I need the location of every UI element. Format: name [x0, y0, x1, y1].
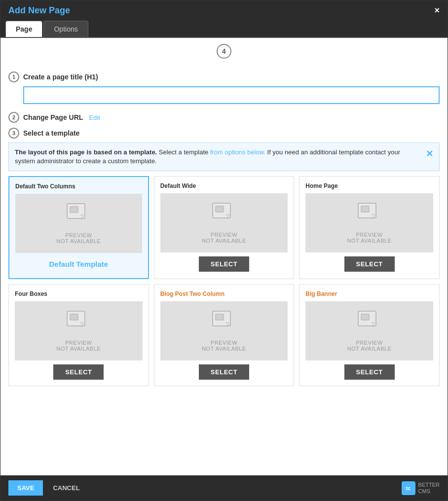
section2-number: 2	[8, 112, 19, 123]
svg-text:?: ?	[225, 321, 229, 328]
section3-label: 3 Select a template	[8, 128, 440, 139]
svg-rect-13	[216, 314, 224, 320]
svg-rect-4	[216, 206, 224, 212]
save-button[interactable]: SAVE	[8, 480, 43, 496]
template-name-label: Home Page	[305, 182, 337, 189]
select-default-wide-button[interactable]: SELECT	[199, 256, 249, 272]
modal-header: Add New Page ×	[0, 0, 448, 21]
select-big-banner-button[interactable]: SELECT	[344, 364, 395, 380]
close-button[interactable]: ×	[434, 5, 440, 16]
svg-text:?: ?	[80, 213, 84, 221]
page-title-input[interactable]	[23, 86, 440, 104]
tab-page[interactable]: Page	[5, 21, 42, 37]
preview-box: ? PREVIEWNOT AVAILABLE	[305, 193, 433, 252]
template-card-big-banner[interactable]: Big Banner ? PREVIEWNOT AVAILABLE SELECT	[299, 284, 440, 386]
svg-rect-16	[361, 314, 369, 320]
modal-title: Add New Page	[8, 5, 70, 16]
preview-not-available-text: PREVIEWNOT AVAILABLE	[202, 232, 246, 244]
preview-box: ? PREVIEWNOT AVAILABLE	[15, 301, 143, 360]
preview-image-icon: ?	[357, 310, 382, 337]
svg-text:?: ?	[225, 213, 229, 220]
preview-image-icon: ?	[357, 202, 382, 229]
templates-grid: Default Two Columns ? PREVIEWNOT AVAILAB…	[8, 176, 440, 386]
select-home-page-button[interactable]: SELECT	[344, 256, 395, 272]
tab-options[interactable]: Options	[43, 21, 88, 37]
tabs-bar: Page Options	[0, 21, 448, 38]
preview-box: ? PREVIEWNOT AVAILABLE	[160, 193, 288, 252]
section2-label: 2 Change Page URL Edit	[8, 112, 440, 123]
preview-not-available-text: PREVIEWNOT AVAILABLE	[202, 340, 246, 352]
options-badge-container: 4	[0, 38, 448, 62]
template-card-blog-post-two-column[interactable]: Blog Post Two Column ? PREVIEWNOT AVAILA…	[154, 284, 295, 386]
section3-title: Select a template	[23, 129, 79, 137]
preview-box: ? PREVIEWNOT AVAILABLE	[305, 301, 433, 360]
template-name-label: Blog Post Two Column	[160, 290, 224, 297]
section1-row	[8, 86, 440, 104]
select-four-boxes-button[interactable]: SELECT	[53, 364, 104, 380]
svg-text:?: ?	[80, 321, 84, 328]
preview-image-icon: ?	[66, 310, 91, 337]
template-card-default-wide[interactable]: Default Wide ? PREVIEWNOT AVAILABLE SELE…	[154, 176, 295, 279]
info-banner-text: The layout of this page is based on a te…	[15, 148, 421, 166]
cancel-button[interactable]: CANCEL	[47, 480, 85, 496]
template-name-label: Default Wide	[160, 182, 196, 189]
footer-actions: SAVE CANCEL	[8, 480, 86, 496]
brand-logo: tc	[402, 481, 415, 495]
brand-container: tc BETTER CMS	[402, 481, 440, 495]
section1-label: 1 Create a page title (H1)	[8, 72, 440, 82]
section1-title: Create a page title (H1)	[23, 73, 98, 81]
preview-not-available-text: PREVIEWNOT AVAILABLE	[347, 232, 392, 244]
svg-rect-7	[361, 206, 369, 212]
svg-rect-1	[70, 207, 78, 213]
preview-not-available-text: PREVIEWNOT AVAILABLE	[57, 232, 101, 244]
template-name-label: Default Two Columns	[15, 183, 75, 190]
template-card-default-two-columns[interactable]: Default Two Columns ? PREVIEWNOT AVAILAB…	[8, 176, 149, 279]
preview-box: ? PREVIEWNOT AVAILABLE	[160, 301, 288, 360]
template-name-label: Four Boxes	[15, 290, 47, 297]
template-card-home-page[interactable]: Home Page ? PREVIEWNOT AVAILABLE SELECT	[299, 176, 440, 279]
select-blog-post-button[interactable]: SELECT	[199, 364, 249, 380]
preview-image-icon: ?	[66, 203, 91, 229]
svg-rect-10	[70, 314, 78, 320]
preview-not-available-text: PREVIEWNOT AVAILABLE	[347, 340, 392, 352]
section3-number: 3	[8, 128, 19, 139]
preview-image-icon: ?	[212, 310, 236, 337]
modal-footer: SAVE CANCEL tc BETTER CMS	[0, 475, 448, 501]
change-url-edit-link[interactable]: Edit	[89, 114, 100, 121]
section1-content	[23, 86, 440, 104]
selected-template-label: Default Template	[49, 260, 108, 268]
section1-number: 1	[8, 72, 19, 82]
template-name-label: Big Banner	[305, 290, 337, 297]
section2-title: Change Page URL	[23, 113, 83, 121]
modal-body: 1 Create a page title (H1) 2 Change Page…	[0, 62, 448, 475]
preview-box: ? PREVIEWNOT AVAILABLE	[15, 194, 142, 253]
add-new-page-modal: Add New Page × Page Options 4 1 Create a…	[0, 0, 448, 501]
svg-text:?: ?	[371, 213, 375, 220]
info-banner: The layout of this page is based on a te…	[8, 143, 440, 171]
svg-text:?: ?	[371, 321, 375, 328]
options-step-badge: 4	[217, 44, 231, 59]
preview-not-available-text: PREVIEWNOT AVAILABLE	[57, 340, 101, 352]
info-banner-close-icon[interactable]: ✕	[426, 148, 433, 160]
template-card-four-boxes[interactable]: Four Boxes ? PREVIEWNOT AVAILABLE SELECT	[8, 284, 149, 386]
preview-image-icon: ?	[212, 202, 236, 229]
brand-name: BETTER CMS	[418, 482, 440, 494]
